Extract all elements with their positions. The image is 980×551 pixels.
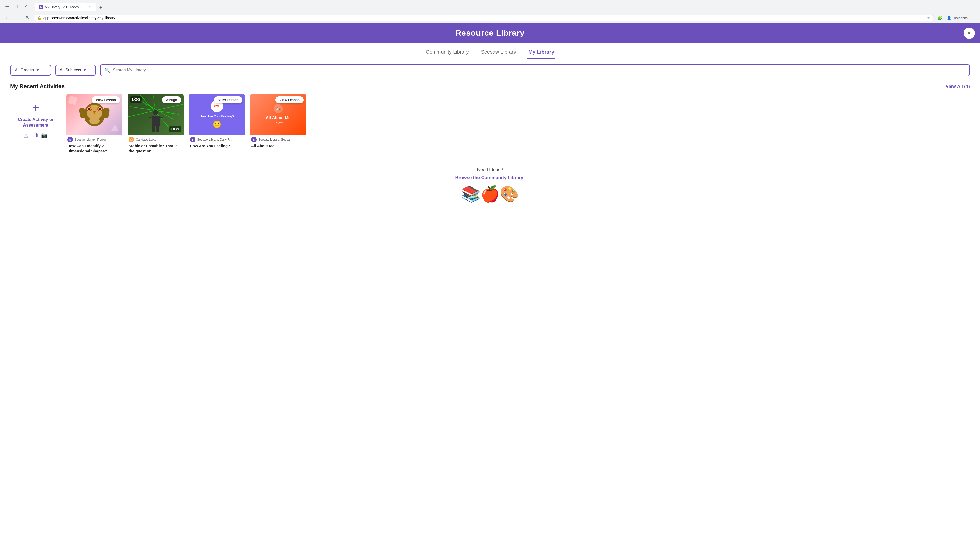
log-badge: LOG [130, 97, 142, 103]
browser-titlebar: ─ □ × S My Library - All Grades - All Su… [0, 0, 980, 13]
activity-card-about[interactable]: 🏘️ All About Me PK-2™ View Lesson S Sees… [250, 94, 306, 149]
card-info-physics: 🌸 Candace Lorcel Stable or unstable? Tha… [127, 135, 184, 154]
create-icons: △ ≡ ⬆ 📷 [24, 132, 48, 138]
grades-dropdown-arrow: ▼ [36, 68, 40, 72]
card-source-icon-physics: 🌸 [129, 137, 134, 142]
library-tabs: Community Library Seesaw Library My Libr… [0, 43, 980, 59]
window-controls: ─ □ × [3, 2, 30, 11]
profile-button[interactable]: 👤 [945, 14, 953, 22]
active-tab[interactable]: S My Library - All Grades - All Su... × [35, 3, 96, 11]
card-action-btn-feeling[interactable]: View Lesson [214, 97, 242, 103]
card-source-shapes: S Seesaw Library: Power ... [67, 137, 121, 142]
grades-dropdown[interactable]: All Grades ▼ [10, 65, 51, 76]
address-bar[interactable]: 🔒 ☆ [34, 14, 934, 21]
list-icon: ≡ [30, 132, 33, 138]
tab-close-button[interactable]: × [87, 5, 92, 9]
search-icon: 🔍 [105, 67, 110, 73]
activity-card-physics[interactable]: LOG BOS Assign 🌸 Candace Lorcel Stable o… [127, 94, 184, 154]
subjects-dropdown-arrow: ▼ [83, 68, 87, 72]
filters-row: All Grades ▼ All Subjects ▼ 🔍 [0, 59, 980, 81]
card-source-text-about: Seesaw Library: Seesa... [258, 138, 292, 141]
need-ideas-text: Need Ideas? [477, 167, 503, 172]
tab-my-library[interactable]: My Library [527, 47, 555, 59]
star-icon: ☆ [927, 16, 931, 20]
card-thumbnail-shapes: View Lesson [66, 94, 123, 135]
subjects-label: All Subjects [60, 68, 81, 73]
upload-icon: ⬆ [35, 132, 39, 138]
card-source-icon-feeling: S [190, 137, 196, 142]
card-info-about: S Seesaw Library: Seesa... All About Me [250, 135, 306, 149]
need-ideas-illustration: 📚🍎🎨 [461, 185, 519, 203]
activity-card-feeling[interactable]: POL How Are You Feeling? 😐 View Lesson S… [189, 94, 245, 149]
resource-library-header: Resource Library × [0, 23, 980, 43]
card-info-feeling: S Seesaw Library: Daily R... How Are You… [189, 135, 245, 149]
back-button[interactable]: ← [3, 14, 11, 22]
bos-badge: BOS [169, 126, 181, 132]
tab-community-library[interactable]: Community Library [425, 47, 470, 59]
card-title-physics: Stable or unstable? That is the question… [129, 143, 183, 153]
menu-button[interactable]: ⋮ [969, 14, 977, 22]
maximize-button[interactable]: □ [12, 2, 21, 11]
card-thumbnail-about: 🏘️ All About Me PK-2™ View Lesson [250, 94, 306, 135]
create-label: Create Activity or Assessment [15, 117, 56, 128]
need-ideas-section: Need Ideas? Browse the Community Library… [0, 162, 980, 208]
browser-toolbar: ← → ↻ 🔒 ☆ 🧩 👤 Incognito ⋮ [0, 13, 980, 23]
feeling-emoji: 😐 [213, 120, 221, 129]
activities-grid: + Create Activity or Assessment △ ≡ ⬆ 📷 [0, 94, 980, 162]
search-input[interactable] [113, 68, 965, 73]
browser-tabs: S My Library - All Grades - All Su... × … [32, 2, 107, 11]
tab-favicon: S [39, 5, 43, 9]
card-action-btn-physics[interactable]: Assign [162, 97, 181, 103]
card-title-shapes: How Can I Identify 2-Dimensional Shapes? [67, 143, 121, 153]
about-grade: PK-2™ [274, 121, 283, 124]
card-source-text-shapes: Seesaw Library: Power ... [75, 138, 110, 141]
card-source-physics: 🌸 Candace Lorcel [129, 137, 183, 142]
card-thumbnail-physics: LOG BOS Assign [127, 94, 184, 135]
view-all-link[interactable]: View All (4) [945, 84, 970, 89]
activity-card-shapes[interactable]: View Lesson S Seesaw Library: Power ... … [66, 94, 123, 154]
lock-icon: 🔒 [37, 16, 41, 20]
create-activity-card[interactable]: + Create Activity or Assessment △ ≡ ⬆ 📷 [10, 94, 61, 146]
recent-activities-header: My Recent Activities View All (4) [0, 81, 980, 94]
card-source-feeling: S Seesaw Library: Daily R... [190, 137, 244, 142]
card-thumbnail-feeling: POL How Are You Feeling? 😐 View Lesson [189, 94, 245, 135]
about-logo: 🏘️ [274, 104, 283, 113]
page-content: Resource Library × Community Library See… [0, 23, 980, 551]
browse-community-link[interactable]: Browse the Community Library! [455, 175, 525, 181]
card-source-about: S Seesaw Library: Seesa... [251, 137, 305, 142]
extensions-button[interactable]: 🧩 [936, 14, 944, 22]
card-title-about: All About Me [251, 143, 305, 148]
card-source-text-feeling: Seesaw Library: Daily R... [197, 138, 232, 141]
feeling-question-text: How Are You Feeling? [200, 114, 234, 119]
search-bar[interactable]: 🔍 [100, 64, 970, 76]
create-plus-icon: + [32, 102, 39, 114]
minimize-button[interactable]: ─ [3, 2, 11, 11]
tab-title: My Library - All Grades - All Su... [45, 5, 85, 9]
card-action-btn-about[interactable]: View Lesson [275, 97, 304, 103]
triangle-icon: △ [24, 132, 28, 138]
tab-seesaw-library[interactable]: Seesaw Library [480, 47, 517, 59]
new-tab-button[interactable]: + [97, 4, 104, 11]
incognito-label: Incognito [954, 16, 968, 20]
card-source-icon-about: S [251, 137, 257, 142]
window-close-button[interactable]: × [21, 2, 30, 11]
url-input[interactable] [43, 16, 925, 20]
card-source-text-physics: Candace Lorcel [136, 138, 157, 141]
subjects-dropdown[interactable]: All Subjects ▼ [55, 65, 96, 76]
reload-button[interactable]: ↻ [24, 14, 32, 22]
grades-label: All Grades [15, 68, 34, 73]
card-source-icon-shapes: S [67, 137, 73, 142]
toolbar-icons: 🧩 👤 Incognito ⋮ [936, 14, 977, 22]
about-title: All About Me [266, 115, 290, 120]
section-title: My Recent Activities [10, 83, 65, 90]
card-action-btn-shapes[interactable]: View Lesson [92, 97, 120, 103]
browser-chrome: ─ □ × S My Library - All Grades - All Su… [0, 0, 980, 23]
camera-icon: 📷 [41, 132, 48, 138]
page-title: Resource Library [5, 28, 975, 38]
poll-label: POL [213, 104, 221, 108]
close-button[interactable]: × [964, 27, 975, 39]
card-info-shapes: S Seesaw Library: Power ... How Can I Id… [66, 135, 123, 154]
card-title-feeling: How Are You Feeling? [190, 143, 244, 148]
forward-button[interactable]: → [13, 14, 21, 22]
